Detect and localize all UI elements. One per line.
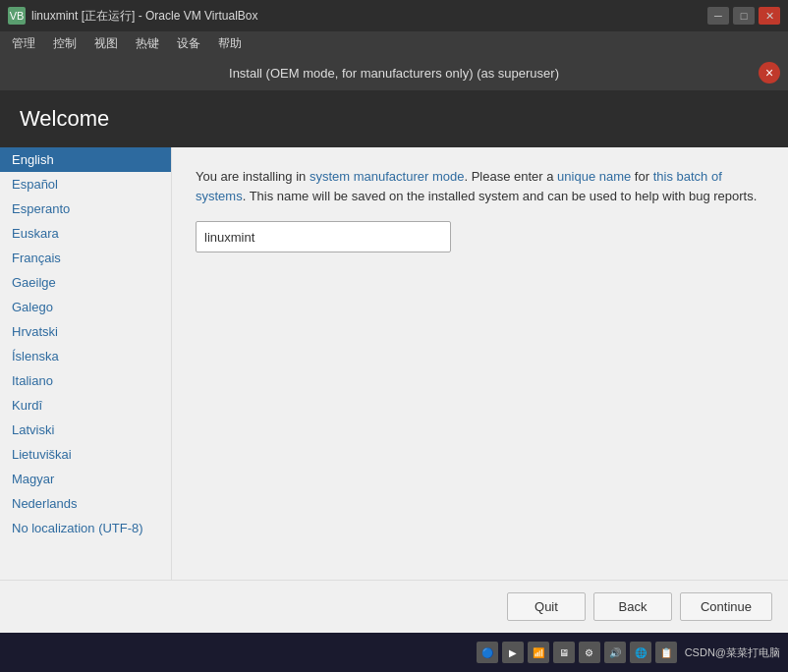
taskbar-icon-6: 🔊 bbox=[604, 642, 626, 663]
taskbar-icon-1: 🔵 bbox=[477, 642, 498, 663]
language-item-8[interactable]: Íslenska bbox=[0, 344, 171, 368]
quit-button[interactable]: Quit bbox=[507, 592, 586, 621]
language-item-14[interactable]: Nederlands bbox=[0, 491, 171, 516]
menu-devices[interactable]: 设备 bbox=[169, 33, 208, 54]
taskbar: 🔵 ▶ 📶 🖥 ⚙ 🔊 🌐 📋 CSDN@菜菜打电脑 bbox=[0, 633, 788, 672]
language-item-2[interactable]: Esperanto bbox=[0, 196, 171, 221]
language-item-3[interactable]: Euskara bbox=[0, 221, 171, 246]
language-item-7[interactable]: Hrvatski bbox=[0, 319, 171, 344]
maximize-button[interactable]: □ bbox=[733, 7, 755, 25]
main-content: You are installing in system manufacture… bbox=[172, 147, 788, 580]
app-icon: VB bbox=[8, 7, 26, 25]
language-item-10[interactable]: Kurdî bbox=[0, 393, 171, 418]
title-bar: VB linuxmint [正在运行] - Oracle VM VirtualB… bbox=[0, 0, 788, 31]
close-button[interactable]: ✕ bbox=[759, 7, 780, 25]
language-list: EnglishEspañolEsperantoEuskaraFrançaisGa… bbox=[0, 147, 172, 580]
main-window: VB linuxmint [正在运行] - Oracle VM VirtualB… bbox=[0, 0, 788, 672]
banner-close-button[interactable]: × bbox=[759, 62, 780, 84]
language-item-13[interactable]: Magyar bbox=[0, 467, 171, 491]
language-item-4[interactable]: Français bbox=[0, 246, 171, 270]
batch-name-input[interactable] bbox=[196, 221, 451, 252]
language-item-0[interactable]: English bbox=[0, 147, 171, 172]
language-item-12[interactable]: Lietuviškai bbox=[0, 442, 171, 467]
language-item-5[interactable]: Gaeilge bbox=[0, 270, 171, 295]
taskbar-icon-5: ⚙ bbox=[579, 642, 600, 663]
continue-button[interactable]: Continue bbox=[680, 592, 772, 621]
menu-control[interactable]: 控制 bbox=[45, 33, 84, 54]
menu-view[interactable]: 视图 bbox=[86, 33, 126, 54]
window-controls: ─ □ ✕ bbox=[707, 7, 780, 25]
installer-header: Welcome bbox=[0, 90, 788, 147]
taskbar-icon-8: 📋 bbox=[655, 642, 677, 663]
installer-footer: Quit Back Continue bbox=[0, 580, 788, 633]
taskbar-icon-2: ▶ bbox=[502, 642, 524, 663]
language-item-6[interactable]: Galego bbox=[0, 295, 171, 319]
menu-bar: 管理 控制 视图 热键 设备 帮助 bbox=[0, 31, 788, 55]
banner-text: Install (OEM mode, for manufacturers onl… bbox=[229, 66, 559, 81]
minimize-button[interactable]: ─ bbox=[707, 7, 729, 25]
language-item-9[interactable]: Italiano bbox=[0, 368, 171, 393]
language-item-1[interactable]: Español bbox=[0, 172, 171, 196]
installer: Welcome EnglishEspañolEsperantoEuskaraFr… bbox=[0, 90, 788, 633]
language-item-15[interactable]: No localization (UTF-8) bbox=[0, 516, 171, 540]
installer-title: Welcome bbox=[20, 106, 768, 132]
installer-body: EnglishEspañolEsperantoEuskaraFrançaisGa… bbox=[0, 147, 788, 580]
window-title: linuxmint [正在运行] - Oracle VM VirtualBox bbox=[31, 8, 702, 25]
top-banner: Install (OEM mode, for manufacturers onl… bbox=[0, 55, 788, 90]
taskbar-icon-7: 🌐 bbox=[630, 642, 651, 663]
menu-help[interactable]: 帮助 bbox=[210, 33, 250, 54]
back-button[interactable]: Back bbox=[593, 592, 672, 621]
language-item-11[interactable]: Latviski bbox=[0, 418, 171, 442]
menu-hotkey[interactable]: 热键 bbox=[128, 33, 167, 54]
taskbar-label: CSDN@菜菜打电脑 bbox=[685, 645, 780, 660]
taskbar-icon-3: 📶 bbox=[528, 642, 549, 663]
menu-manage[interactable]: 管理 bbox=[4, 33, 43, 54]
taskbar-icon-4: 🖥 bbox=[553, 642, 575, 663]
oem-description: You are installing in system manufacture… bbox=[196, 167, 764, 205]
